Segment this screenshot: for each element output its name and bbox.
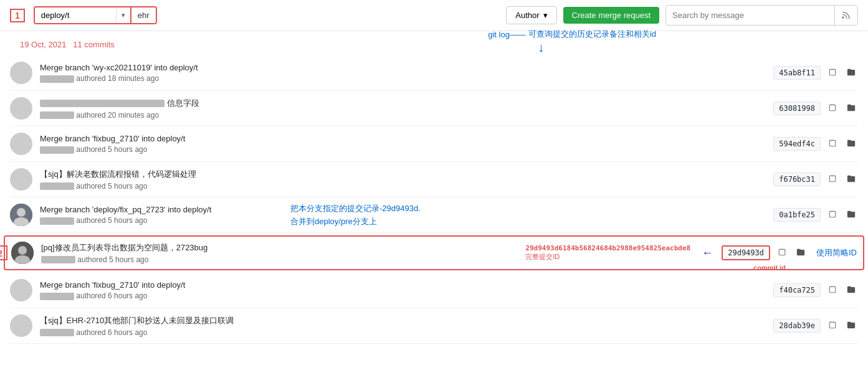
avatar xyxy=(10,314,32,337)
browse-button[interactable] xyxy=(794,247,808,260)
folder-icon xyxy=(847,103,856,112)
table-row: Merge branch 'fixbug_2710' into deploy/t… xyxy=(10,126,858,162)
user-avatar-icon-2 xyxy=(11,242,34,264)
folder-icon xyxy=(796,248,805,257)
git-log-text: git log—— xyxy=(488,30,526,39)
commit-author: authored 5 hours ago xyxy=(40,182,773,191)
copy-hash-button[interactable] xyxy=(826,173,839,186)
browse-button[interactable] xyxy=(844,319,858,333)
author-name-blur xyxy=(40,329,74,336)
commit-list: Merge branch 'wy-xc20211019' into deploy… xyxy=(0,55,868,344)
browse-button[interactable] xyxy=(844,284,858,297)
commit-row-wrapper-6: 2 [pq]修改员工列表导出数据为空间题，2723bug authored 5 … xyxy=(10,235,858,270)
folder-icon xyxy=(847,139,856,148)
message-suffix: 信息字段 xyxy=(167,98,199,108)
commit-author: authored 6 hours ago xyxy=(40,328,773,337)
commit-right: 594edf4c xyxy=(773,137,858,151)
branch-label: ehr xyxy=(130,7,156,23)
avatar xyxy=(10,97,32,120)
copy-icon xyxy=(828,68,837,77)
commit-hash: f40ca725 xyxy=(773,283,821,297)
browse-button[interactable] xyxy=(844,173,858,186)
copy-icon xyxy=(828,103,837,112)
browse-button[interactable] xyxy=(844,102,858,115)
commit-info: [pq]修改员工列表导出数据为空间题，2723bug authored 5 ho… xyxy=(41,242,525,264)
copy-hash-button[interactable] xyxy=(826,319,839,333)
folder-icon xyxy=(847,285,856,294)
copy-hash-button[interactable] xyxy=(826,284,839,297)
commit-message: [pq]修改员工列表导出数据为空间题，2723bug xyxy=(41,242,525,253)
copy-hash-button[interactable] xyxy=(826,67,839,80)
commit-right: 29d9493d6184b56824684b2988e954825eacbde8… xyxy=(525,244,857,262)
commit-right: 63081998 xyxy=(773,102,858,115)
commit-author: authored 18 minutes ago xyxy=(40,74,773,83)
browse-button[interactable] xyxy=(844,209,858,222)
author-name-blur xyxy=(40,111,74,119)
commit-id-label: commit id xyxy=(753,264,786,272)
commit-message: Merge branch 'wy-xc20211019' into deploy… xyxy=(40,63,773,72)
commit-date: 19 Oct, 2021 xyxy=(20,40,66,49)
commit-info: Merge branch 'fixbug_2710' into deploy/t… xyxy=(40,134,773,154)
author-label: Author xyxy=(515,11,539,20)
commit-row-wrapper-5: Merge branch 'deploy/fix_pq_2723' into d… xyxy=(10,197,858,233)
commit-message: Merge branch 'fixbug_2710' into deploy/t xyxy=(40,134,773,143)
avatar xyxy=(10,204,32,226)
table-row: Merge branch 'fixbug_2710' into deploy/t… xyxy=(10,273,858,308)
svg-point-0 xyxy=(842,17,844,19)
commit-author: authored 20 minutes ago xyxy=(40,111,773,120)
commit-row-wrapper-2: 信息字段 authored 20 minutes ago 63081998 xyxy=(10,91,858,126)
branch-input[interactable] xyxy=(35,7,116,23)
commit-right: 0a1bfe25 xyxy=(773,208,858,222)
commit-info: 信息字段 authored 20 minutes ago xyxy=(40,98,773,120)
avatar xyxy=(11,242,34,264)
commit-hash: 594edf4c xyxy=(773,137,821,151)
avatar xyxy=(10,168,32,191)
commit-message: 【sjq】解决老数据流程报错，代码逻辑处理 xyxy=(40,169,773,180)
copy-hash-button[interactable] xyxy=(826,138,839,151)
copy-hash-button[interactable] xyxy=(775,247,789,260)
author-button[interactable]: Author ▾ xyxy=(506,6,556,24)
svg-point-2 xyxy=(17,208,26,217)
commit-hash: f676bc31 xyxy=(773,172,821,186)
copy-hash-button[interactable] xyxy=(826,209,839,222)
browse-button[interactable] xyxy=(844,67,858,80)
table-row: Merge branch 'wy-xc20211019' into deploy… xyxy=(10,55,858,91)
folder-icon xyxy=(847,174,856,183)
user-avatar-icon xyxy=(10,204,32,226)
avatar xyxy=(10,62,32,84)
search-input[interactable] xyxy=(666,7,834,24)
commit-author: authored 6 hours ago xyxy=(40,291,773,300)
author-name-blur xyxy=(40,217,74,225)
copy-icon xyxy=(828,174,837,183)
commit-message: 【sjq】EHR-2710其他部门和抄送人未回显及接口联调 xyxy=(40,315,773,326)
copy-icon xyxy=(828,321,837,329)
commit-right: 45ab8f11 xyxy=(773,66,858,80)
svg-point-5 xyxy=(18,246,27,255)
commit-hash: 63081998 xyxy=(773,102,821,115)
table-row: 【sjq】EHR-2710其他部门和抄送人未回显及接口联调 authored 6… xyxy=(10,308,858,344)
git-log-desc: 可查询提交的历史记录备注和相关id xyxy=(528,29,656,40)
commit-row-wrapper-8: 【sjq】EHR-2710其他部门和抄送人未回显及接口联调 authored 6… xyxy=(10,308,858,344)
create-merge-button[interactable]: Create merge request xyxy=(563,7,659,24)
commit-hash: 0a1bfe25 xyxy=(773,208,821,222)
rss-icon xyxy=(841,9,851,19)
copy-icon xyxy=(828,210,837,219)
commit-info: 【sjq】解决老数据流程报错，代码逻辑处理 authored 5 hours a… xyxy=(40,169,773,191)
branch-selector[interactable]: ▾ ehr xyxy=(34,6,157,24)
commit-right: f40ca725 xyxy=(773,283,858,297)
browse-button[interactable] xyxy=(844,138,858,151)
author-name-blur xyxy=(40,146,74,154)
search-box xyxy=(665,5,858,26)
full-commit-id-label: 完整提交ID xyxy=(525,252,560,262)
top-bar: 1 ▾ ehr Author ▾ Create merge request xyxy=(0,0,868,31)
table-row: Merge branch 'deploy/fix_pq_2723' into d… xyxy=(10,197,858,233)
commit-hash-highlighted: 29d9493d xyxy=(722,245,770,260)
message-blur xyxy=(40,100,165,107)
rss-button[interactable] xyxy=(834,6,857,25)
commit-message: 信息字段 xyxy=(40,98,773,109)
copy-hash-button[interactable] xyxy=(826,102,839,115)
copy-icon xyxy=(828,285,837,294)
avatar xyxy=(10,133,32,155)
commit-row-wrapper-1: Merge branch 'wy-xc20211019' into deploy… xyxy=(10,55,858,91)
branch-dropdown-btn[interactable]: ▾ xyxy=(116,8,130,22)
